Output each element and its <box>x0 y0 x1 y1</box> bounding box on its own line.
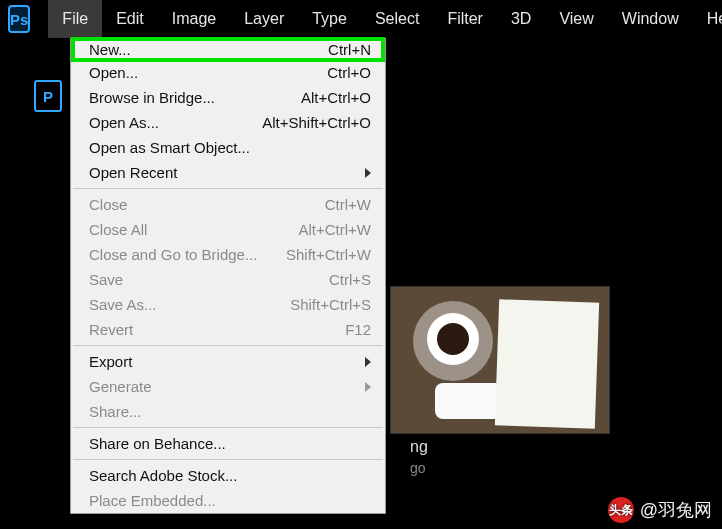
menu-label: Place Embedded... <box>89 492 216 509</box>
menu-label: Save As... <box>89 296 157 313</box>
thumbnail-time: go <box>410 460 426 476</box>
menu-label: Share... <box>89 403 142 420</box>
menu-label: Open As... <box>89 114 159 131</box>
menu-3d[interactable]: 3D <box>497 0 545 38</box>
watermark-text: @羽兔网 <box>640 498 712 522</box>
menu-label: Open Recent <box>89 164 177 181</box>
menu-separator <box>73 345 383 346</box>
menu-label: Browse in Bridge... <box>89 89 215 106</box>
watermark-badge: 头条 <box>608 497 634 523</box>
menu-shortcut: Alt+Ctrl+W <box>298 221 371 238</box>
menu-file[interactable]: File <box>48 0 102 38</box>
submenu-arrow-icon <box>365 382 371 392</box>
watermark: 头条 @羽兔网 <box>608 497 712 523</box>
menu-label: Save <box>89 271 123 288</box>
menu-label: Revert <box>89 321 133 338</box>
menu-item-new[interactable]: New... Ctrl+N <box>71 37 385 62</box>
menu-label: Close and Go to Bridge... <box>89 246 257 263</box>
menu-help[interactable]: Help <box>693 0 722 38</box>
menu-label: Close <box>89 196 127 213</box>
menu-window[interactable]: Window <box>608 0 693 38</box>
menu-separator <box>73 188 383 189</box>
menu-label: New... <box>89 41 131 58</box>
menu-item-save-as[interactable]: Save As... Shift+Ctrl+S <box>71 292 385 317</box>
menu-item-close[interactable]: Close Ctrl+W <box>71 192 385 217</box>
menu-shortcut: Ctrl+O <box>327 64 371 81</box>
menu-item-close-all[interactable]: Close All Alt+Ctrl+W <box>71 217 385 242</box>
menu-filter[interactable]: Filter <box>433 0 497 38</box>
menu-shortcut: Shift+Ctrl+S <box>290 296 371 313</box>
menu-shortcut: Ctrl+N <box>328 41 371 58</box>
menu-item-browse-bridge[interactable]: Browse in Bridge... Alt+Ctrl+O <box>71 85 385 110</box>
document-icon: P <box>34 80 62 112</box>
menubar: Ps File Edit Image Layer Type Select Fil… <box>0 0 722 38</box>
menu-edit[interactable]: Edit <box>102 0 158 38</box>
submenu-arrow-icon <box>365 357 371 367</box>
submenu-arrow-icon <box>365 168 371 178</box>
menu-label: Search Adobe Stock... <box>89 467 237 484</box>
menu-layer[interactable]: Layer <box>230 0 298 38</box>
menu-item-open-as[interactable]: Open As... Alt+Shift+Ctrl+O <box>71 110 385 135</box>
menu-label: Open... <box>89 64 138 81</box>
menu-image[interactable]: Image <box>158 0 230 38</box>
menu-label: Export <box>89 353 132 370</box>
thumbnail-title: ng <box>410 438 428 456</box>
photoshop-icon: Ps <box>8 5 30 33</box>
menu-label: Generate <box>89 378 152 395</box>
menu-item-adobe-stock[interactable]: Search Adobe Stock... <box>71 463 385 488</box>
recent-thumbnail[interactable] <box>390 286 610 434</box>
menu-item-place-embedded[interactable]: Place Embedded... <box>71 488 385 513</box>
menu-separator <box>73 459 383 460</box>
menu-item-generate[interactable]: Generate <box>71 374 385 399</box>
menu-item-share[interactable]: Share... <box>71 399 385 424</box>
menu-label: Open as Smart Object... <box>89 139 250 156</box>
menu-item-smart-object[interactable]: Open as Smart Object... <box>71 135 385 160</box>
menu-view[interactable]: View <box>545 0 607 38</box>
menu-item-close-bridge[interactable]: Close and Go to Bridge... Shift+Ctrl+W <box>71 242 385 267</box>
menu-shortcut: Shift+Ctrl+W <box>286 246 371 263</box>
menu-shortcut: Alt+Shift+Ctrl+O <box>262 114 371 131</box>
menu-item-save[interactable]: Save Ctrl+S <box>71 267 385 292</box>
menu-item-behance[interactable]: Share on Behance... <box>71 431 385 456</box>
menu-separator <box>73 427 383 428</box>
menu-item-revert[interactable]: Revert F12 <box>71 317 385 342</box>
menu-label: Share on Behance... <box>89 435 226 452</box>
menu-item-open[interactable]: Open... Ctrl+O <box>71 60 385 85</box>
menu-label: Close All <box>89 221 147 238</box>
menu-shortcut: Alt+Ctrl+O <box>301 89 371 106</box>
menu-item-open-recent[interactable]: Open Recent <box>71 160 385 185</box>
file-menu-dropdown: New... Ctrl+N Open... Ctrl+O Browse in B… <box>70 38 386 514</box>
menu-type[interactable]: Type <box>298 0 361 38</box>
menu-shortcut: Ctrl+S <box>329 271 371 288</box>
menu-shortcut: F12 <box>345 321 371 338</box>
menu-select[interactable]: Select <box>361 0 433 38</box>
menu-shortcut: Ctrl+W <box>325 196 371 213</box>
menu-item-export[interactable]: Export <box>71 349 385 374</box>
